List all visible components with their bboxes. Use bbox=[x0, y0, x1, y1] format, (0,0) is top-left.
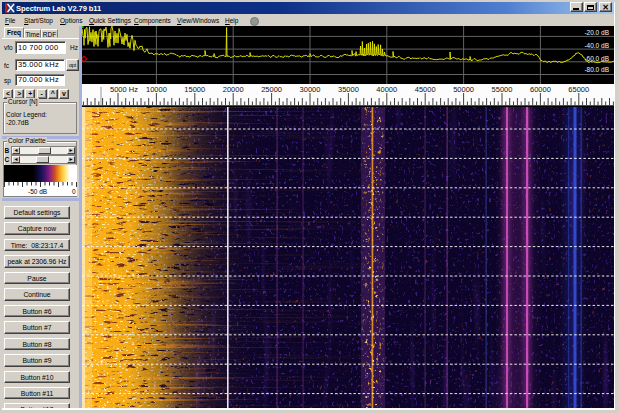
svg-text:45000: 45000 bbox=[415, 85, 436, 94]
svg-text:-40.0 dB: -40.0 dB bbox=[584, 42, 609, 49]
svg-text:55000: 55000 bbox=[492, 85, 513, 94]
svg-text:-80.0 dB: -80.0 dB bbox=[584, 66, 609, 73]
svg-text:08:21:40: 08:21:40 bbox=[85, 387, 109, 393]
svg-text:25000: 25000 bbox=[261, 85, 282, 94]
svg-text:08:23:10: 08:23:10 bbox=[85, 123, 109, 129]
svg-text:08:22:00: 08:22:00 bbox=[85, 328, 109, 334]
svg-text:5000 Hz: 5000 Hz bbox=[110, 85, 138, 94]
svg-text:-20.0 dB: -20.0 dB bbox=[584, 29, 609, 36]
svg-text:30000: 30000 bbox=[300, 85, 321, 94]
svg-text:-60.0 dB: -60.0 dB bbox=[584, 55, 609, 62]
svg-text:08:21:50: 08:21:50 bbox=[85, 358, 109, 364]
svg-text:08:22:20: 08:22:20 bbox=[85, 270, 109, 276]
svg-text:15000: 15000 bbox=[184, 85, 205, 94]
svg-text:08:22:30: 08:22:30 bbox=[85, 240, 109, 246]
svg-text:50000: 50000 bbox=[453, 85, 474, 94]
svg-text:08:22:40: 08:22:40 bbox=[85, 211, 109, 217]
svg-text:40000: 40000 bbox=[376, 85, 397, 94]
svg-text:08:23:00: 08:23:00 bbox=[85, 152, 109, 158]
svg-text:08:22:50: 08:22:50 bbox=[85, 181, 109, 187]
svg-text:08:22:10: 08:22:10 bbox=[85, 299, 109, 305]
svg-text:10000: 10000 bbox=[146, 85, 167, 94]
svg-text:20000: 20000 bbox=[223, 85, 244, 94]
svg-text:65000: 65000 bbox=[568, 85, 589, 94]
svg-text:60000: 60000 bbox=[530, 85, 551, 94]
svg-text:35000: 35000 bbox=[338, 85, 359, 94]
